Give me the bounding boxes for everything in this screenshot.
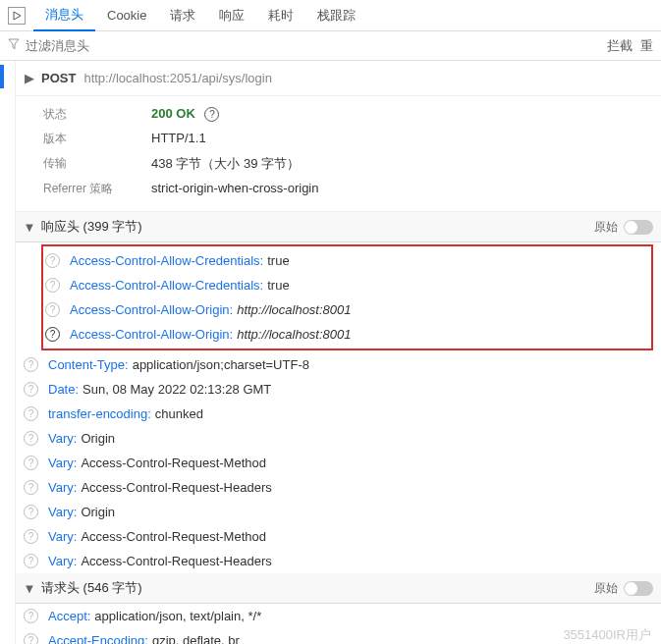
tab-timings[interactable]: 耗时 xyxy=(256,1,305,30)
header-name: transfer-encoding: xyxy=(48,406,151,421)
header-value: Access-Control-Request-Method xyxy=(81,529,266,544)
help-icon[interactable]: ? xyxy=(24,633,38,644)
header-row: ?transfer-encoding: chunked xyxy=(16,402,661,426)
raw-toggle[interactable] xyxy=(624,581,653,596)
inspector-icon[interactable] xyxy=(8,7,26,25)
header-name: Accept: xyxy=(48,609,90,623)
transfer-label: 传输 xyxy=(43,155,151,173)
request-url: http://localhost:2051/api/sys/login xyxy=(83,71,272,85)
header-name: Vary: xyxy=(48,529,77,544)
header-row: ?Content-Type: application/json;charset=… xyxy=(16,352,661,377)
response-section-header[interactable]: ▼ 响应头 (399 字节) 原始 xyxy=(16,212,661,242)
response-section-title: 响应头 (399 字节) xyxy=(41,218,142,236)
request-section-header[interactable]: ▼ 请求头 (546 字节) 原始 xyxy=(16,573,661,604)
help-icon[interactable]: ? xyxy=(204,107,219,122)
header-name: Vary: xyxy=(48,431,77,446)
sidebar-indicator xyxy=(0,65,4,88)
status-label: 状态 xyxy=(43,106,151,123)
sidebar xyxy=(0,61,16,644)
tab-headers[interactable]: 消息头 xyxy=(33,0,95,31)
referrer-value: strict-origin-when-cross-origin xyxy=(151,181,319,197)
header-name: Vary: xyxy=(48,554,77,568)
help-icon[interactable]: ? xyxy=(24,505,38,519)
raw-toggle[interactable] xyxy=(624,220,653,235)
header-row: ?Vary: Access-Control-Request-Method xyxy=(16,451,661,475)
header-name: Vary: xyxy=(48,505,77,519)
header-value: http://localhost:8001 xyxy=(237,327,351,342)
tabs-bar: 消息头 Cookie 请求 响应 耗时 栈跟踪 xyxy=(0,0,661,31)
help-icon[interactable]: ? xyxy=(45,278,60,293)
header-name: Accept-Encoding: xyxy=(48,633,148,644)
header-row: ?Access-Control-Allow-Credentials: true xyxy=(18,248,651,273)
highlighted-headers: ?Access-Control-Allow-Credentials: true?… xyxy=(41,244,653,350)
help-icon[interactable]: ? xyxy=(24,382,38,397)
help-icon[interactable]: ? xyxy=(24,609,38,623)
caret-right-icon[interactable]: ▶ xyxy=(24,71,35,85)
header-row: ?Vary: Origin xyxy=(16,426,661,451)
request-line: ▶ POST http://localhost:2051/api/sys/log… xyxy=(16,61,661,96)
help-icon[interactable]: ? xyxy=(24,406,38,421)
status-code: 200 xyxy=(151,106,173,121)
header-value: Access-Control-Request-Headers xyxy=(81,480,271,495)
header-row: ?Access-Control-Allow-Origin: http://loc… xyxy=(18,322,651,347)
header-row: ?Accept: application/json, text/plain, *… xyxy=(16,604,661,628)
help-icon[interactable]: ? xyxy=(24,480,38,495)
request-section-title: 请求头 (546 字节) xyxy=(41,579,142,597)
version-label: 版本 xyxy=(43,131,151,147)
help-icon[interactable]: ? xyxy=(45,327,60,342)
help-icon[interactable]: ? xyxy=(24,554,38,568)
header-value: Access-Control-Request-Headers xyxy=(81,554,271,568)
help-icon[interactable]: ? xyxy=(45,253,60,268)
tab-response[interactable]: 响应 xyxy=(207,1,256,30)
header-name: Content-Type: xyxy=(48,357,129,372)
help-icon[interactable]: ? xyxy=(24,529,38,544)
header-row: ?Accept-Encoding: gzip, deflate, br xyxy=(16,628,661,644)
filter-icon xyxy=(8,38,20,53)
header-name: Access-Control-Allow-Origin: xyxy=(70,302,233,317)
help-icon[interactable]: ? xyxy=(24,357,38,372)
header-row: ?Access-Control-Allow-Credentials: true xyxy=(18,273,651,297)
header-value: application/json, text/plain, */* xyxy=(94,609,261,623)
referrer-label: Referrer 策略 xyxy=(43,181,151,197)
header-value: true xyxy=(267,253,289,268)
header-row: ?Vary: Origin xyxy=(16,500,661,524)
header-row: ?Access-Control-Allow-Origin: http://loc… xyxy=(18,297,651,322)
header-row: ?Vary: Access-Control-Request-Headers xyxy=(16,475,661,500)
header-name: Access-Control-Allow-Credentials: xyxy=(70,253,263,268)
help-icon[interactable]: ? xyxy=(45,302,60,317)
response-headers-list: ?Access-Control-Allow-Credentials: true?… xyxy=(16,244,661,573)
header-value: Access-Control-Request-Method xyxy=(81,456,266,470)
header-row: ?Vary: Access-Control-Request-Headers xyxy=(16,549,661,573)
caret-down-icon[interactable]: ▼ xyxy=(24,581,35,596)
header-name: Date: xyxy=(48,382,79,397)
help-icon[interactable]: ? xyxy=(24,431,38,446)
filter-input[interactable] xyxy=(26,38,222,53)
header-value: true xyxy=(267,278,289,293)
tab-request[interactable]: 请求 xyxy=(158,1,207,30)
header-value: gzip, deflate, br xyxy=(152,633,240,644)
filter-bar: 拦截 重 xyxy=(0,31,661,61)
header-value: chunked xyxy=(155,406,203,421)
request-method: POST xyxy=(41,71,76,85)
tab-stacktrace[interactable]: 栈跟踪 xyxy=(305,1,367,30)
header-value: Origin xyxy=(81,431,115,446)
header-row: ?Date: Sun, 08 May 2022 02:13:28 GMT xyxy=(16,377,661,402)
header-name: Vary: xyxy=(48,456,77,470)
transfer-value: 438 字节（大小 39 字节） xyxy=(151,155,300,173)
raw-label: 原始 xyxy=(594,219,618,236)
intercept-button[interactable]: 拦截 xyxy=(607,37,633,55)
header-value: Sun, 08 May 2022 02:13:28 GMT xyxy=(83,382,271,397)
request-headers-list: ?Accept: application/json, text/plain, *… xyxy=(16,604,661,644)
header-row: ?Vary: Access-Control-Request-Method xyxy=(16,524,661,549)
header-name: Access-Control-Allow-Credentials: xyxy=(70,278,263,293)
version-value: HTTP/1.1 xyxy=(151,131,206,147)
help-icon[interactable]: ? xyxy=(24,456,38,470)
caret-down-icon[interactable]: ▼ xyxy=(24,220,35,235)
resend-button[interactable]: 重 xyxy=(640,37,653,55)
header-value: Origin xyxy=(81,505,115,519)
header-name: Access-Control-Allow-Origin: xyxy=(70,327,233,342)
svg-marker-0 xyxy=(14,12,21,20)
raw-label: 原始 xyxy=(594,580,618,597)
header-name: Vary: xyxy=(48,480,77,495)
tab-cookies[interactable]: Cookie xyxy=(95,2,158,28)
